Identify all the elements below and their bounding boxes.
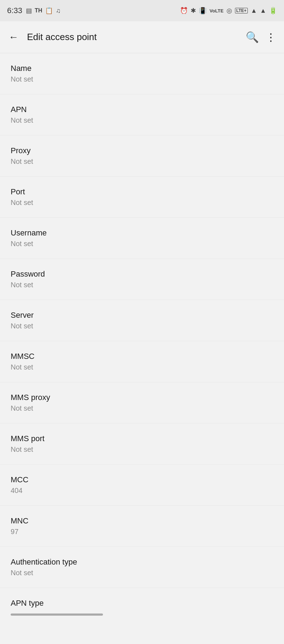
settings-item-label: Password [11,270,273,279]
settings-item-value: Not set [11,363,273,371]
signal1-icon: ▲ [251,7,257,15]
settings-item-value: Not set [11,322,273,330]
settings-item-value: Not set [11,199,273,207]
more-options-button[interactable]: ⋮ [263,29,278,45]
shazam-icon: ♫ [56,7,61,15]
settings-item-label: Port [11,187,273,196]
settings-item-label: MMS port [11,434,273,443]
status-bar: 6:33 ▤ TH 📋 ♫ ⏰ ✱ 📳 VoLTE ◎ LTE+ ▲ ▲ 🔋 [0,0,284,21]
settings-item-mms-proxy[interactable]: MMS proxyNot set [0,382,284,423]
back-arrow-icon: ← [9,32,18,43]
settings-item-label: Name [11,64,273,73]
clipboard-icon: 📋 [45,7,53,15]
settings-item-proxy[interactable]: ProxyNot set [0,135,284,177]
th-icon: TH [35,7,42,14]
app-bar-actions: 🔍 ⋮ [244,29,278,45]
settings-item-mcc[interactable]: MCC404 [0,465,284,506]
settings-item-value: Not set [11,157,273,166]
hotspot-icon: ◎ [226,7,232,15]
app-bar: ← Edit access point 🔍 ⋮ [0,21,284,53]
settings-item-label: MCC [11,475,273,484]
sim-icon: ▤ [26,7,32,15]
settings-item-value: Not set [11,445,273,454]
battery-icon: 🔋 [269,7,277,15]
settings-list: NameNot setAPNNot setProxyNot setPortNot… [0,53,284,588]
settings-item-label: MMSC [11,352,273,361]
settings-item-value: Not set [11,281,273,289]
settings-item-value: Not set [11,116,273,124]
settings-item-value: 97 [11,528,273,536]
settings-item-mms-port[interactable]: MMS portNot set [0,423,284,465]
settings-item-mmsc[interactable]: MMSCNot set [0,341,284,382]
status-left: 6:33 ▤ TH 📋 ♫ [7,6,61,15]
apn-type-scrollbar [11,614,103,616]
settings-item-value: Not set [11,404,273,412]
status-time: 6:33 [7,6,22,15]
search-button[interactable]: 🔍 [244,29,260,45]
settings-item-label: MNC [11,516,273,526]
settings-item-server[interactable]: ServerNot set [0,300,284,341]
apn-type-label: APN type [11,599,273,608]
status-icons-right: ⏰ ✱ 📳 VoLTE ◎ LTE+ ▲ ▲ 🔋 [180,7,277,15]
settings-item-label: Server [11,311,273,320]
settings-item-authentication-type[interactable]: Authentication typeNot set [0,547,284,588]
settings-item-apn[interactable]: APNNot set [0,94,284,135]
apn-type-section[interactable]: APN type [0,588,284,623]
more-icon: ⋮ [266,31,275,43]
settings-item-value: 404 [11,487,273,495]
settings-item-value: Not set [11,569,273,577]
settings-item-label: Authentication type [11,557,273,567]
alarm-icon: ⏰ [180,7,188,15]
settings-item-label: MMS proxy [11,393,273,402]
signal2-icon: ▲ [260,7,266,15]
settings-item-value: Not set [11,240,273,248]
lte-icon: LTE+ [235,8,248,13]
settings-item-port[interactable]: PortNot set [0,177,284,218]
settings-item-label: Username [11,228,273,238]
volte-icon: VoLTE [209,8,223,13]
vibrate-icon: 📳 [199,7,207,15]
settings-item-name[interactable]: NameNot set [0,53,284,94]
settings-item-label: Proxy [11,146,273,155]
bluetooth-icon: ✱ [191,7,196,15]
search-icon: 🔍 [246,31,259,43]
settings-item-username[interactable]: UsernameNot set [0,218,284,259]
settings-item-mnc[interactable]: MNC97 [0,506,284,547]
page-title: Edit access point [27,32,239,43]
settings-item-label: APN [11,105,273,114]
settings-item-password[interactable]: PasswordNot set [0,259,284,300]
back-button[interactable]: ← [6,29,21,45]
status-icons-left: ▤ TH 📋 ♫ [26,7,61,15]
settings-item-value: Not set [11,75,273,83]
